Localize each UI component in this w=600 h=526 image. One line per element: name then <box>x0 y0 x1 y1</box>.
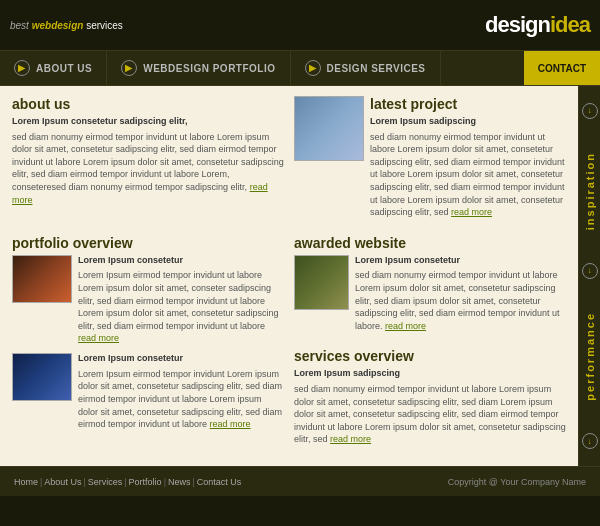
footer-copyright: Copyright @ Your Company Name <box>448 477 586 487</box>
services-body: sed diam nonumy eirmod tempor invidunt u… <box>294 383 566 446</box>
nav-about-label: ABOUT US <box>36 63 92 74</box>
nav-contact[interactable]: CONTACT <box>524 51 600 85</box>
logo-design: design <box>485 12 550 37</box>
latest-read-more[interactable]: read more <box>451 207 492 217</box>
nav-design-services[interactable]: ▶ DESIGN SERVICES <box>291 51 441 85</box>
latest-section: latest project Lorem Ipsum sadipscing se… <box>294 96 566 229</box>
portfolio-item-1-text: Lorem Ipsum consetetur Lorem Ipsum eirmo… <box>78 255 284 345</box>
portfolio-item2-read[interactable]: read more <box>210 419 251 429</box>
awarded-thumb <box>294 255 349 310</box>
portfolio-section: portfolio overview Lorem Ipsum consetetu… <box>12 235 284 456</box>
portfolio-item1-body: Lorem Ipsum eirmod tempor invidunt ut la… <box>78 269 284 345</box>
sidebar-down-btn-bottom[interactable]: ↓ <box>582 433 598 449</box>
sidebar-down-btn-top[interactable]: ↓ <box>582 103 598 119</box>
latest-body: sed diam nonumy eirmod tempor invidunt u… <box>370 131 566 219</box>
portfolio-thumb-1 <box>12 255 72 303</box>
services-bold: Lorem Ipsum sadipscing <box>294 368 566 380</box>
nav-circle-icon: ▶ <box>14 60 30 76</box>
footer-contact[interactable]: Contact Us <box>197 477 242 487</box>
footer-links: Home | About Us | Services | Portfolio |… <box>14 477 241 487</box>
awarded-text: awarded website Lorem Ipsum consetetur s… <box>294 235 566 343</box>
footer-portfolio[interactable]: Portfolio <box>129 477 162 487</box>
sidebar-down-btn-mid[interactable]: ↓ <box>582 263 598 279</box>
latest-image <box>294 96 364 161</box>
awarded-title: awarded website <box>294 235 566 251</box>
about-section: about us Lorem Ipsum consetetur sadipsci… <box>12 96 284 229</box>
latest-text: latest project Lorem Ipsum sadipscing se… <box>370 96 566 229</box>
portfolio-item-2-text: Lorem Ipsum consetetur Lorem Ipsum eirmo… <box>78 353 284 431</box>
footer-home[interactable]: Home <box>14 477 38 487</box>
header-tagline: best webdesign services <box>10 20 123 31</box>
sidebar-label-performance: performance <box>584 312 596 401</box>
latest-bold: Lorem Ipsum sadipscing <box>370 116 566 128</box>
footer-about[interactable]: About Us <box>44 477 81 487</box>
about-title: about us <box>12 96 284 112</box>
awarded-bold: Lorem Ipsum consetetur <box>355 255 566 267</box>
services-section: services overview Lorem Ipsum sadipscing… <box>294 348 566 456</box>
portfolio-item-2: Lorem Ipsum consetetur Lorem Ipsum eirmo… <box>12 353 284 431</box>
nav-design-label: DESIGN SERVICES <box>327 63 426 74</box>
footer-services[interactable]: Services <box>88 477 123 487</box>
about-bold: Lorem Ipsum consetetur sadipscing elitr, <box>12 116 284 128</box>
portfolio-item1-read[interactable]: read more <box>78 333 119 343</box>
portfolio-item2-bold: Lorem Ipsum consetetur <box>78 353 284 365</box>
footer: Home | About Us | Services | Portfolio |… <box>0 466 600 496</box>
nav-webdesign[interactable]: ▶ WEBDESIGN PORTFOLIO <box>107 51 290 85</box>
portfolio-item-1: Lorem Ipsum consetetur Lorem Ipsum eirmo… <box>12 255 284 345</box>
latest-title: latest project <box>370 96 566 112</box>
nav-contact-label: CONTACT <box>538 63 586 74</box>
nav-webdesign-label: WEBDESIGN PORTFOLIO <box>143 63 275 74</box>
portfolio-thumb-2 <box>12 353 72 401</box>
nav-circle-icon2: ▶ <box>121 60 137 76</box>
footer-news[interactable]: News <box>168 477 191 487</box>
nav-bar: ▶ ABOUT US ▶ WEBDESIGN PORTFOLIO ▶ DESIG… <box>0 50 600 86</box>
about-body: sed diam nonumy eirmod tempor invidunt u… <box>12 131 284 207</box>
services-title: services overview <box>294 348 566 364</box>
services-read-more[interactable]: read more <box>330 434 371 444</box>
main-content: about us Lorem Ipsum consetetur sadipsci… <box>0 86 578 466</box>
awarded-read-more[interactable]: read more <box>385 321 426 331</box>
sidebar-label-inspiration: inspiration <box>584 152 596 230</box>
header: best webdesign services designidea <box>0 0 600 50</box>
portfolio-title: portfolio overview <box>12 235 284 251</box>
right-sidebar: ↓ inspiration ↓ performance ↓ <box>578 86 600 466</box>
nav-about-us[interactable]: ▶ ABOUT US <box>0 51 107 85</box>
logo-idea: idea <box>550 12 590 37</box>
awarded-body: sed diam nonumy eirmod tempor invidunt u… <box>355 269 566 332</box>
portfolio-items: Lorem Ipsum consetetur Lorem Ipsum eirmo… <box>12 255 284 431</box>
nav-circle-icon3: ▶ <box>305 60 321 76</box>
awarded-section: awarded website Lorem Ipsum consetetur s… <box>294 235 566 343</box>
portfolio-item2-body: Lorem Ipsum eirmod tempor invidunt Lorem… <box>78 368 284 431</box>
logo: designidea <box>485 12 590 38</box>
portfolio-item1-bold: Lorem Ipsum consetetur <box>78 255 284 267</box>
